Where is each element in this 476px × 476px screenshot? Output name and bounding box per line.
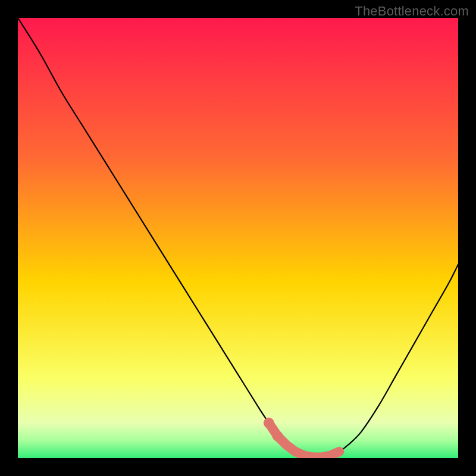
plot-svg — [18, 18, 458, 458]
watermark-label: TheBottleneck.com — [355, 4, 469, 19]
highlight-dot — [264, 418, 274, 428]
gradient-background — [18, 18, 458, 458]
chart-frame: TheBottleneck.com — [0, 0, 476, 476]
bottleneck-plot — [18, 18, 458, 458]
highlight-dot — [273, 431, 283, 441]
